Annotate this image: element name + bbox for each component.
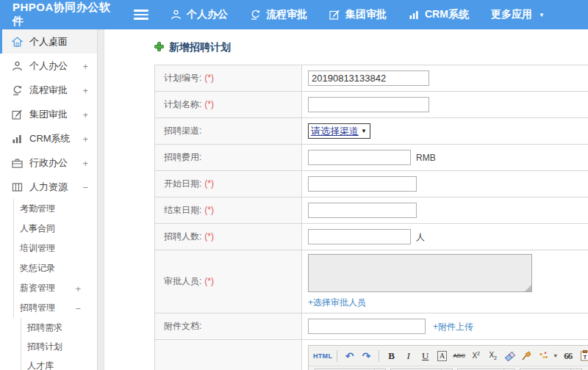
field-value-fee: RMB — [302, 145, 588, 171]
plan-number-input[interactable] — [308, 70, 429, 86]
sidebar-item-label: 招聘计划 — [27, 341, 62, 353]
sidebar-item-label: 个人桌面 — [29, 35, 68, 48]
sidebar-item-招聘计划[interactable]: 招聘计划 — [0, 337, 97, 356]
chart-icon — [12, 134, 24, 144]
expand-plus-icon[interactable]: + — [82, 109, 88, 120]
field-label-headcount: 招聘人数:(*) — [155, 224, 302, 250]
expand-plus-icon[interactable]: + — [82, 60, 88, 71]
chevron-down-icon[interactable]: ▼ — [553, 353, 558, 358]
field-label-content — [155, 340, 302, 370]
format-brush-icon[interactable] — [519, 348, 534, 363]
approvers-picker-link[interactable]: +选择审批人员 — [308, 297, 366, 309]
sidebar-item-label: 奖惩记录 — [20, 262, 55, 275]
field-label-fee: 招聘费用: — [155, 145, 302, 171]
editor-toolbar-row1: HTML↶↷BIUAABCX2X2▼66TA▼ab▼ — [309, 346, 588, 366]
select-value: 请选择渠道 — [311, 125, 359, 138]
fee-input[interactable] — [308, 150, 411, 165]
strikethrough-icon[interactable]: ABC — [451, 348, 467, 363]
redo-icon[interactable]: ↷ — [359, 348, 374, 363]
nav-item-label: 流程审批 — [266, 8, 307, 21]
collapse-minus-icon[interactable]: − — [75, 302, 81, 313]
form-row-approvers: 审批人员:(*)+选择审批人员 — [155, 250, 588, 313]
start-date-input[interactable] — [308, 176, 417, 192]
nav-item-4[interactable]: CRM系统 — [409, 8, 469, 21]
sidebar-item-薪资管理[interactable]: 薪资管理+ — [0, 278, 97, 298]
html-mode-button[interactable]: HTML — [313, 348, 332, 363]
sidebar-item-个人办公[interactable]: 个人办公+ — [0, 54, 97, 78]
app-logo: PHPOA协同办公软件 — [0, 1, 112, 29]
auto-typeset-icon[interactable] — [536, 348, 551, 363]
content-editor: HTML↶↷BIUAABCX2X2▼66TA▼ab▼自定义标题▼段落格式▼字体▼… — [308, 345, 588, 370]
font-box-icon[interactable]: A — [434, 348, 450, 363]
expand-plus-icon[interactable]: + — [75, 283, 81, 294]
expand-plus-icon[interactable]: + — [82, 84, 88, 95]
nav-item-3[interactable]: 集团审批 — [329, 8, 387, 21]
editor-toolbar-row2: 自定义标题▼段落格式▼字体▼字号▼ — [309, 366, 588, 370]
sidebar-item-行政办公[interactable]: 行政办公+ — [0, 150, 97, 175]
sidebar-item-招聘需求[interactable]: 招聘需求 — [0, 318, 97, 337]
toolbar-separator — [379, 350, 379, 362]
sidebar-item-label: 招聘管理 — [20, 302, 55, 314]
nav-item-1[interactable]: 个人办公 — [171, 8, 228, 21]
expand-plus-icon[interactable]: + — [82, 157, 88, 168]
user-icon — [12, 61, 24, 71]
field-label-channel: 招聘渠道: — [155, 118, 302, 145]
plan-name-input[interactable] — [308, 97, 429, 112]
attachment-input[interactable] — [308, 319, 426, 334]
field-value-start-date — [302, 171, 588, 197]
required-marker: (*) — [204, 73, 214, 83]
chevron-down-icon: ▼ — [539, 12, 545, 18]
top-nav: 个人办公流程审批集团审批CRM系统更多应用▼ — [171, 8, 567, 21]
page-title-text: 新增招聘计划 — [169, 41, 231, 54]
sidebar-item-CRM系统[interactable]: CRM系统+ — [0, 126, 97, 150]
subscript-icon[interactable]: X2 — [485, 348, 501, 363]
nav-item-5[interactable]: 更多应用▼ — [491, 8, 545, 21]
field-value-approvers: +选择审批人员 — [302, 250, 588, 313]
sidebar-item-label: 招聘需求 — [27, 322, 62, 334]
field-label-plan-number: 计划编号:(*) — [155, 65, 302, 92]
headcount-input[interactable] — [308, 229, 411, 244]
bold-icon[interactable]: B — [384, 348, 399, 363]
sidebar-item-人事合同[interactable]: 人事合同 — [0, 219, 97, 239]
blockquote-icon[interactable]: 66 — [560, 348, 576, 363]
sidebar-item-集团审批[interactable]: 集团审批+ — [0, 102, 97, 126]
sidebar-item-label: 个人办公 — [29, 59, 68, 73]
expand-plus-icon[interactable]: + — [82, 133, 88, 144]
eraser-icon[interactable] — [502, 348, 517, 363]
sidebar-item-人力资源[interactable]: 人力资源− — [0, 175, 97, 199]
superscript-icon[interactable]: X2 — [468, 348, 484, 363]
channel-select[interactable]: 请选择渠道▼ — [308, 123, 370, 139]
sidebar-item-奖惩记录[interactable]: 奖惩记录 — [0, 258, 97, 278]
attachment-upload-link[interactable]: +附件上传 — [433, 322, 473, 332]
sidebar-item-人才库[interactable]: 人才库 — [0, 356, 97, 370]
italic-icon[interactable]: I — [401, 348, 416, 363]
sidebar-item-招聘管理[interactable]: 招聘管理− — [0, 298, 97, 318]
field-label-start-date: 开始日期:(*) — [155, 171, 302, 197]
field-label-text: 审批人员: — [164, 276, 201, 286]
nav-item-label: 更多应用 — [491, 8, 532, 21]
app-header: PHPOA协同办公软件 个人办公流程审批集团审批CRM系统更多应用▼ — [0, 0, 588, 29]
form-row-plan-name: 计划名称:(*) — [155, 92, 588, 118]
sidebar-item-考勤管理[interactable]: 考勤管理 — [0, 199, 97, 219]
underline-icon[interactable]: U — [417, 348, 433, 363]
sidebar-item-培训管理[interactable]: 培训管理 — [0, 239, 97, 258]
collapse-minus-icon[interactable]: − — [82, 181, 88, 192]
approvers-textarea[interactable] — [308, 254, 532, 292]
field-label-text: 附件文档: — [164, 321, 201, 331]
end-date-input[interactable] — [308, 203, 417, 218]
field-value-channel: 请选择渠道▼ — [302, 118, 588, 145]
form-row-headcount: 招聘人数:(*)人 — [155, 224, 588, 250]
required-marker: (*) — [204, 276, 214, 286]
sidebar-item-流程审批[interactable]: 流程审批+ — [0, 78, 97, 102]
sidebar-item-label: 薪资管理 — [20, 282, 55, 294]
field-value-end-date — [302, 197, 588, 224]
menu-icon[interactable] — [134, 10, 148, 20]
sidebar-item-label: 人才库 — [27, 360, 54, 370]
required-marker: (*) — [204, 178, 214, 189]
field-label-text: 招聘渠道: — [164, 126, 201, 136]
nav-item-2[interactable]: 流程审批 — [250, 8, 307, 21]
field-label-text: 计划编号: — [164, 73, 201, 83]
paste-text-icon[interactable]: T — [577, 348, 588, 363]
sidebar-item-个人桌面[interactable]: 个人桌面 — [0, 29, 97, 54]
undo-icon[interactable]: ↶ — [342, 348, 357, 363]
